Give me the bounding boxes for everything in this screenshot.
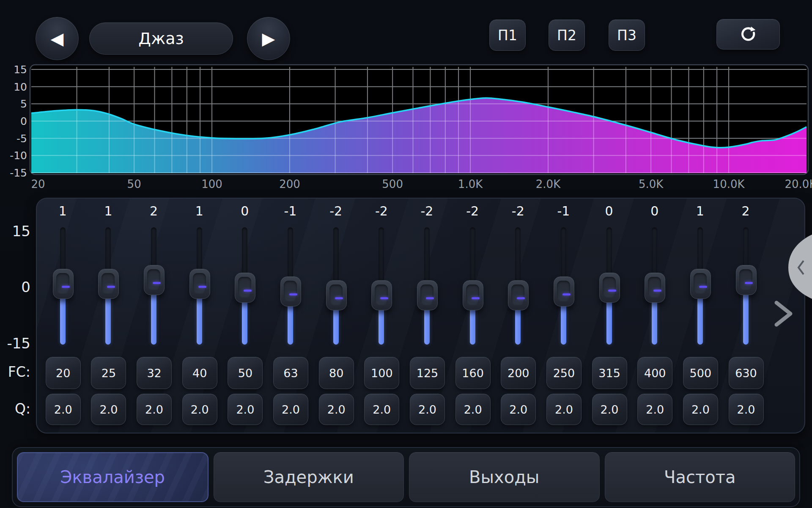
band-knob-inner (511, 284, 524, 305)
band-fc-button[interactable]: 25 (91, 357, 126, 389)
band-fc-button[interactable]: 40 (182, 357, 217, 389)
band-fc-button[interactable]: 315 (592, 357, 627, 389)
drawer-handle-shape[interactable] (788, 235, 812, 299)
band-slider-fill (652, 298, 657, 345)
band-slider-knob[interactable] (235, 273, 255, 303)
band-slider-knob[interactable] (189, 269, 210, 299)
band-slider-knob[interactable] (508, 280, 529, 310)
band-gain-value: 2 (134, 204, 174, 218)
band-slider-knob[interactable] (371, 280, 392, 310)
band-gain-value: 2 (725, 204, 766, 218)
band-q-button[interactable]: 2.0 (501, 394, 536, 425)
band-q-button[interactable]: 2.0 (182, 394, 217, 425)
band-fc-button[interactable]: 20 (46, 357, 81, 389)
tab-frequency-label: Частота (664, 467, 736, 487)
band-q-button[interactable]: 2.0 (273, 394, 308, 425)
band-slider-knob[interactable] (463, 280, 483, 310)
band-fc-value: 315 (598, 367, 620, 380)
band-q-button[interactable]: 2.0 (91, 394, 126, 425)
band-q-button[interactable]: 2.0 (592, 394, 627, 425)
band-q-button[interactable]: 2.0 (637, 394, 672, 425)
band-slider-knob[interactable] (280, 276, 301, 306)
band-knob-inner (557, 281, 570, 301)
band-knob-grip-icon (153, 282, 161, 284)
band-q-button[interactable]: 2.0 (137, 394, 172, 425)
band-slider-fill (105, 294, 111, 345)
svg-text:10: 10 (14, 81, 27, 93)
band-q-button[interactable]: 2.0 (455, 394, 491, 425)
band-slider-knob[interactable] (599, 273, 620, 303)
svg-text:20.0K: 20.0K (785, 178, 812, 190)
band-knob-grip-icon (380, 297, 388, 299)
band-fc-button[interactable]: 32 (137, 357, 172, 389)
band-q-value: 2.0 (236, 403, 254, 416)
band-slider-fill (151, 290, 156, 345)
band-slider-knob[interactable] (690, 269, 711, 299)
band-knob-inner (147, 269, 160, 290)
band-gain-value: -2 (498, 204, 538, 218)
band-fc-value: 40 (192, 367, 207, 380)
band-knob-grip-icon (699, 286, 707, 288)
band-knob-grip-icon (608, 290, 616, 292)
band-slider-knob[interactable] (98, 269, 119, 299)
band-slider-knob[interactable] (554, 276, 574, 306)
chevron-right-icon[interactable] (776, 303, 790, 325)
band-fc-button[interactable]: 200 (501, 357, 536, 389)
band-fc-button[interactable]: 630 (729, 357, 764, 389)
band-slider-fill (333, 305, 339, 345)
band-knob-inner (694, 273, 707, 294)
band-gain-value: 0 (589, 204, 629, 218)
band-fc-button[interactable]: 500 (683, 357, 718, 389)
band-fc-value: 100 (371, 367, 393, 380)
band-q-button[interactable]: 2.0 (46, 394, 81, 425)
svg-text:200: 200 (279, 178, 300, 190)
band-knob-inner (284, 281, 297, 301)
band-slider-knob[interactable] (417, 280, 438, 310)
band-fc-button[interactable]: 160 (455, 357, 491, 389)
band-q-button[interactable]: 2.0 (683, 394, 718, 425)
band-fc-button[interactable]: 125 (410, 357, 445, 389)
band-gain-value: -2 (452, 204, 493, 218)
eq-band-column: 0 400 2.0 (634, 199, 675, 433)
band-slider-knob[interactable] (53, 269, 74, 299)
band-knob-grip-icon (244, 290, 252, 292)
band-knob-grip-icon (289, 293, 297, 295)
band-fc-button[interactable]: 63 (273, 357, 308, 389)
svg-text:2.0K: 2.0K (536, 178, 561, 190)
band-q-button[interactable]: 2.0 (228, 394, 263, 425)
band-slider-knob[interactable] (645, 273, 665, 303)
band-slider-fill (60, 294, 66, 345)
band-fc-button[interactable]: 80 (319, 357, 354, 389)
eq-band-column: -2 80 2.0 (315, 199, 356, 433)
band-slider-knob[interactable] (326, 280, 347, 310)
band-q-button[interactable]: 2.0 (319, 394, 354, 425)
tab-frequency[interactable]: Частота (605, 452, 796, 502)
band-slider-fill (561, 301, 566, 345)
band-slider-fill (242, 298, 247, 345)
svg-text:500: 500 (382, 178, 403, 190)
band-fc-value: 32 (147, 367, 161, 380)
slider-scale-max: 15 (0, 223, 30, 240)
band-fc-button[interactable]: 50 (228, 357, 263, 389)
band-slider-knob[interactable] (736, 265, 757, 295)
band-q-value: 2.0 (737, 403, 755, 416)
band-fc-button[interactable]: 100 (364, 357, 399, 389)
band-slider-knob[interactable] (144, 265, 165, 295)
band-fc-button[interactable]: 400 (637, 357, 672, 389)
tab-outputs[interactable]: Выходы (409, 452, 600, 502)
tab-equalizer[interactable]: Эквалайзер (17, 452, 208, 502)
side-drawer-handle[interactable] (770, 229, 812, 334)
band-q-button[interactable]: 2.0 (546, 394, 582, 425)
band-q-button[interactable]: 2.0 (364, 394, 399, 425)
tab-delays[interactable]: Задержки (214, 452, 404, 502)
band-fc-button[interactable]: 250 (546, 357, 582, 389)
svg-text:1.0K: 1.0K (458, 178, 483, 190)
band-knob-inner (466, 284, 479, 305)
svg-text:5.0K: 5.0K (639, 178, 664, 190)
band-gain-value: 1 (42, 204, 83, 218)
band-fc-value: 250 (553, 367, 575, 380)
fc-row-label: FC: (0, 364, 30, 380)
band-q-button[interactable]: 2.0 (410, 394, 445, 425)
band-q-button[interactable]: 2.0 (729, 394, 764, 425)
band-knob-grip-icon (62, 286, 70, 288)
